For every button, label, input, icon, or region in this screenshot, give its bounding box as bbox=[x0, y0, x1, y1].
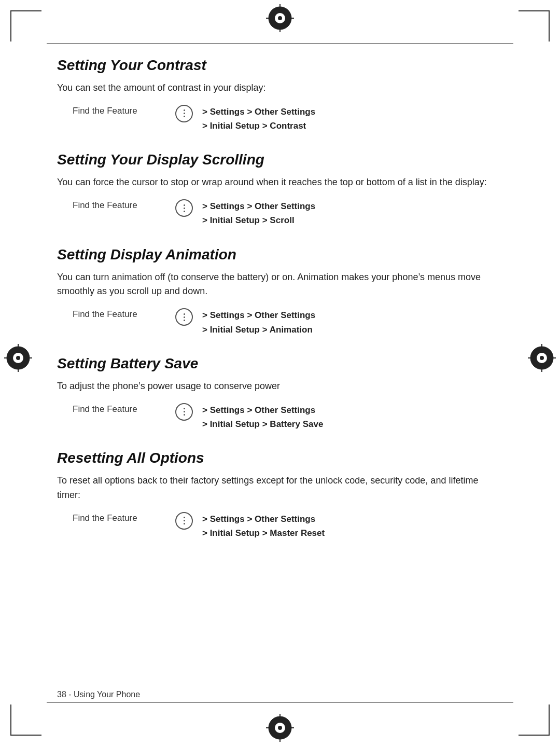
menu-icon-reset bbox=[175, 512, 193, 530]
corner-mark-top-left bbox=[10, 10, 41, 42]
feature-path-battery-line2: > Initial Setup > Battery Save bbox=[202, 419, 323, 429]
svg-point-2 bbox=[278, 16, 282, 20]
feature-row-contrast: Find the Feature > Settings > Other Sett… bbox=[73, 105, 503, 133]
svg-point-23 bbox=[540, 356, 544, 360]
crosshair-bottom-center bbox=[266, 714, 294, 742]
section-reset-body: To reset all options back to their facto… bbox=[57, 474, 503, 503]
corner-mark-bottom-left bbox=[10, 704, 41, 736]
feature-path-reset-line1: > Settings > Other Settings bbox=[202, 514, 315, 524]
section-reset-title: Resetting All Options bbox=[57, 450, 503, 466]
section-scrolling: Setting Your Display Scrolling You can f… bbox=[57, 151, 503, 227]
crosshair-top-center bbox=[266, 4, 294, 32]
section-battery-body: To adjust the phone’s power usage to con… bbox=[57, 379, 503, 394]
bottom-rule bbox=[47, 702, 513, 703]
feature-path-scrolling: > Settings > Other Settings > Initial Se… bbox=[202, 199, 315, 227]
section-contrast: Setting Your Contrast You can set the am… bbox=[57, 57, 503, 133]
section-contrast-body: You can set the amount of contrast in yo… bbox=[57, 81, 503, 95]
section-scrolling-title: Setting Your Display Scrolling bbox=[57, 151, 503, 168]
menu-icon-animation bbox=[175, 308, 193, 326]
find-feature-label-animation: Find the Feature bbox=[73, 308, 166, 320]
corner-mark-bottom-right bbox=[519, 704, 550, 736]
crosshair-mid-right bbox=[528, 344, 556, 372]
menu-icon-contrast bbox=[175, 105, 193, 122]
feature-path-battery: > Settings > Other Settings > Initial Se… bbox=[202, 403, 323, 431]
menu-icon-scrolling bbox=[175, 199, 193, 217]
feature-row-reset: Find the Feature > Settings > Other Sett… bbox=[73, 512, 503, 540]
menu-icon-battery bbox=[175, 403, 193, 421]
section-battery-title: Setting Battery Save bbox=[57, 355, 503, 372]
feature-path-animation-line1: > Settings > Other Settings bbox=[202, 310, 315, 320]
page-number-label: 38 - Using Your Phone bbox=[57, 690, 140, 699]
feature-path-contrast-line2: > Initial Setup > Contrast bbox=[202, 121, 306, 131]
feature-row-battery: Find the Feature > Settings > Other Sett… bbox=[73, 403, 503, 431]
feature-path-animation-line2: > Initial Setup > Animation bbox=[202, 325, 313, 335]
svg-point-16 bbox=[16, 356, 20, 360]
feature-path-scrolling-line1: > Settings > Other Settings bbox=[202, 201, 315, 211]
find-feature-label-battery: Find the Feature bbox=[73, 403, 166, 415]
find-feature-label-reset: Find the Feature bbox=[73, 512, 166, 523]
feature-path-contrast: > Settings > Other Settings > Initial Se… bbox=[202, 105, 315, 133]
section-contrast-title: Setting Your Contrast bbox=[57, 57, 503, 74]
feature-row-animation: Find the Feature > Settings > Other Sett… bbox=[73, 308, 503, 336]
section-animation-body: You can turn animation off (to conserve … bbox=[57, 270, 503, 299]
corner-mark-top-right bbox=[519, 10, 550, 42]
top-rule bbox=[47, 43, 513, 44]
feature-path-battery-line1: > Settings > Other Settings bbox=[202, 405, 315, 415]
feature-path-contrast-line1: > Settings > Other Settings bbox=[202, 107, 315, 117]
feature-path-scrolling-line2: > Initial Setup > Scroll bbox=[202, 215, 295, 225]
find-feature-label-scrolling: Find the Feature bbox=[73, 199, 166, 211]
section-animation: Setting Display Animation You can turn a… bbox=[57, 246, 503, 337]
feature-path-animation: > Settings > Other Settings > Initial Se… bbox=[202, 308, 315, 336]
feature-path-reset-line2: > Initial Setup > Master Reset bbox=[202, 528, 325, 538]
page-footer: 38 - Using Your Phone bbox=[57, 690, 140, 699]
section-battery: Setting Battery Save To adjust the phone… bbox=[57, 355, 503, 431]
svg-point-9 bbox=[278, 726, 282, 730]
main-content: Setting Your Contrast You can set the am… bbox=[57, 57, 503, 689]
section-animation-title: Setting Display Animation bbox=[57, 246, 503, 263]
section-scrolling-body: You can force the cursor to stop or wrap… bbox=[57, 175, 503, 190]
find-feature-label-contrast: Find the Feature bbox=[73, 105, 166, 116]
feature-path-reset: > Settings > Other Settings > Initial Se… bbox=[202, 512, 325, 540]
section-reset: Resetting All Options To reset all optio… bbox=[57, 450, 503, 540]
page: Setting Your Contrast You can set the am… bbox=[0, 0, 560, 746]
crosshair-mid-left bbox=[4, 344, 32, 372]
feature-row-scrolling: Find the Feature > Settings > Other Sett… bbox=[73, 199, 503, 227]
